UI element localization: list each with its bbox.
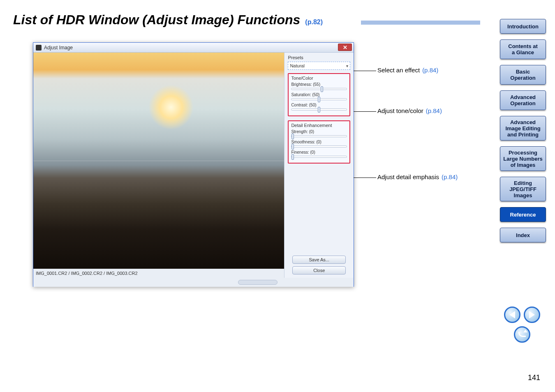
nav-basic-operation[interactable]: Basic Operation: [500, 65, 546, 85]
callout-3-text: Adjust detail emphasis: [377, 173, 439, 180]
tone-color-title: Tone/Color: [291, 76, 347, 81]
tone-color-group: Tone/Color Brightness: (55) Saturation: …: [288, 73, 350, 116]
callout-lead-1: [354, 71, 376, 71]
callout-2-text: Adjust tone/color: [377, 107, 423, 114]
nav-index[interactable]: Index: [500, 228, 546, 242]
preview-caption: IMG_0001.CR2 / IMG_0002.CR2 / IMG_0003.C…: [33, 269, 284, 278]
close-icon: ✕: [343, 44, 347, 51]
fineness-label: Fineness: (0): [291, 150, 347, 154]
window-titlebar: Adjust Image ✕: [33, 43, 354, 53]
callout-select-effect: Select an effect (p.84): [377, 67, 438, 74]
callout-lead-3: [354, 178, 376, 178]
heading-divider: [361, 21, 480, 25]
strength-slider[interactable]: [291, 135, 347, 137]
preview-pane: IMG_0001.CR2 / IMG_0002.CR2 / IMG_0003.C…: [33, 53, 284, 278]
callout-1-ref[interactable]: (p.84): [422, 67, 438, 74]
pager: [499, 307, 545, 323]
heading-page-ref[interactable]: (p.82): [305, 18, 323, 26]
callout-2-ref[interactable]: (p.84): [426, 107, 442, 114]
brightness-slider[interactable]: [291, 88, 347, 90]
smoothness-slider[interactable]: [291, 145, 347, 148]
close-panel-button[interactable]: Close: [292, 266, 346, 274]
right-nav: Introduction Contents at a Glance Basic …: [500, 19, 546, 242]
callout-detail-emphasis: Adjust detail emphasis (p.84): [377, 173, 458, 180]
nav-introduction[interactable]: Introduction: [500, 19, 546, 34]
window-footer: [33, 278, 354, 287]
prev-page-button[interactable]: [504, 307, 520, 323]
callout-1-text: Select an effect: [377, 67, 420, 74]
nav-contents[interactable]: Contents at a Glance: [500, 39, 546, 59]
adjust-image-window: Adjust Image ✕ IMG_0001.CR2 / IMG_0002.C…: [33, 42, 354, 287]
return-button[interactable]: [514, 326, 530, 343]
triangle-left-icon: [509, 311, 515, 318]
preview-image: [33, 53, 284, 269]
save-as-button[interactable]: Save As...: [292, 256, 346, 264]
strength-label: Strength: (0): [291, 129, 347, 134]
close-button[interactable]: ✕: [338, 44, 352, 51]
smoothness-label: Smoothness: (0): [291, 140, 347, 144]
window-icon: [36, 45, 42, 51]
presets-value: Natural: [290, 63, 304, 68]
page-number: 141: [528, 374, 540, 382]
saturation-slider[interactable]: [291, 98, 347, 100]
fineness-slider[interactable]: [291, 156, 347, 158]
presets-combo[interactable]: Natural ▾: [288, 62, 350, 70]
next-page-button[interactable]: [524, 307, 540, 323]
contrast-slider[interactable]: [291, 108, 347, 111]
nav-editing-jpeg-tiff[interactable]: Editing JPEG/TIFF Images: [500, 177, 546, 201]
window-title: Adjust Image: [44, 45, 73, 51]
detail-enhancement-group: Detail Enhancement Strength: (0) Smoothn…: [288, 120, 350, 164]
chevron-down-icon: ▾: [346, 64, 348, 68]
footer-scrollbar[interactable]: [238, 280, 278, 285]
nav-advanced-operation[interactable]: Advanced Operation: [500, 90, 546, 110]
callout-tone-color: Adjust tone/color (p.84): [377, 107, 442, 114]
nav-advanced-image-editing[interactable]: Advanced Image Editing and Printing: [500, 116, 546, 141]
callout-lead-2: [354, 111, 376, 112]
nav-reference[interactable]: Reference: [500, 207, 546, 222]
nav-processing-large-numbers[interactable]: Processing Large Numbers of Images: [500, 146, 546, 171]
page-title: List of HDR Window (Adjust Image) Functi…: [13, 12, 300, 28]
callout-3-ref[interactable]: (p.84): [442, 173, 458, 180]
return-arrow-icon: [518, 332, 526, 337]
adjust-panel: Presets Natural ▾ Tone/Color Brightness:…: [284, 53, 354, 278]
triangle-right-icon: [529, 311, 535, 318]
presets-label: Presets: [288, 55, 350, 60]
detail-title: Detail Enhancement: [291, 123, 347, 128]
brightness-label: Brightness: (55): [291, 82, 347, 87]
preview-sun: [148, 85, 194, 130]
preview-horizon: [33, 161, 284, 161]
